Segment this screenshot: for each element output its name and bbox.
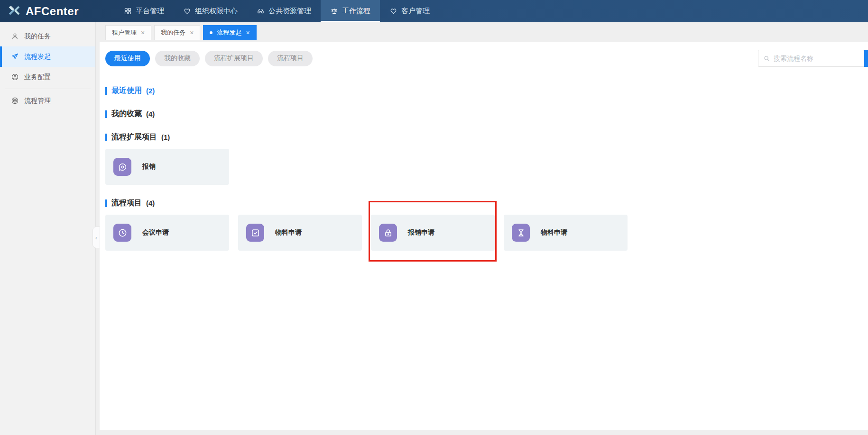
nav-item-公共资源管理[interactable]: 公共资源管理 bbox=[247, 0, 321, 22]
section-我的收藏: 我的收藏(4) bbox=[105, 109, 868, 119]
panel-toolbar: 最近使用我的收藏流程扩展项目流程项目 bbox=[105, 50, 868, 67]
clock-icon bbox=[113, 224, 131, 242]
cube-logo-icon bbox=[7, 3, 21, 19]
process-card-报销申请[interactable]: 报销申请 bbox=[371, 215, 495, 251]
nav-item-组织权限中心[interactable]: 组织权限中心 bbox=[174, 0, 247, 22]
section-count: (2) bbox=[146, 87, 155, 95]
process-card-物料申请[interactable]: 物料申请 bbox=[504, 215, 628, 251]
nav-item-label: 组织权限中心 bbox=[195, 7, 238, 16]
heart-icon bbox=[389, 7, 397, 15]
binoculars-icon bbox=[257, 7, 265, 15]
process-sections: 最近使用(2)我的收藏(4)流程扩展项目(1)报销流程项目(4)会议申请物料申请… bbox=[105, 67, 868, 251]
section-title: 我的收藏 bbox=[111, 109, 142, 119]
filter-pill-流程项目[interactable]: 流程项目 bbox=[268, 51, 313, 66]
search-input[interactable] bbox=[774, 54, 859, 62]
lock-icon bbox=[379, 224, 397, 242]
tab-strip: 租户管理×我的任务×流程发起× bbox=[100, 22, 868, 42]
nav-item-平台管理[interactable]: 平台管理 bbox=[114, 0, 174, 22]
nav-item-工作流程[interactable]: 工作流程 bbox=[321, 0, 380, 22]
sidebar-item-业务配置[interactable]: 业务配置 bbox=[0, 67, 95, 87]
sidebar-divider bbox=[5, 89, 91, 89]
tab-label: 租户管理 bbox=[112, 28, 137, 37]
tab-流程发起[interactable]: 流程发起× bbox=[203, 25, 256, 40]
heart-icon bbox=[183, 7, 191, 15]
section-accent-bar bbox=[105, 87, 107, 95]
section-accent-bar bbox=[105, 110, 107, 118]
sidebar-item-流程发起[interactable]: 流程发起 bbox=[0, 46, 95, 67]
section-accent-bar bbox=[105, 134, 107, 141]
section-header: 最近使用(2) bbox=[105, 86, 868, 96]
chevron-left-icon: ‹ bbox=[95, 234, 97, 241]
card-label: 物料申请 bbox=[275, 228, 302, 237]
hourglass-icon bbox=[512, 224, 530, 242]
app-logo: AFCenter bbox=[0, 0, 93, 22]
active-tab-dot bbox=[210, 31, 212, 34]
filter-pills: 最近使用我的收藏流程扩展项目流程项目 bbox=[105, 51, 318, 66]
section-title: 最近使用 bbox=[111, 86, 142, 96]
chat-bubble-icon bbox=[113, 158, 131, 176]
card-label: 报销申请 bbox=[408, 228, 434, 237]
search-button-strip[interactable] bbox=[864, 50, 868, 67]
tab-租户管理[interactable]: 租户管理× bbox=[105, 25, 151, 40]
section-header: 流程项目(4) bbox=[105, 198, 868, 208]
scale-icon bbox=[330, 7, 338, 15]
card-label: 物料申请 bbox=[541, 228, 567, 237]
sidebar-collapse-handle[interactable]: ‹ bbox=[92, 227, 100, 248]
close-icon[interactable]: × bbox=[246, 29, 249, 36]
tab-label: 我的任务 bbox=[161, 28, 185, 37]
sidebar-item-流程管理[interactable]: 流程管理 bbox=[0, 91, 95, 111]
process-card-报销[interactable]: 报销 bbox=[105, 149, 229, 185]
close-icon[interactable]: × bbox=[190, 29, 194, 36]
process-card-物料申请[interactable]: 物料申请 bbox=[238, 215, 362, 251]
process-launch-panel: 最近使用我的收藏流程扩展项目流程项目 最近使用(2)我的收藏(4)流程扩展项目(… bbox=[100, 42, 868, 430]
search-box bbox=[758, 50, 864, 67]
grid-icon bbox=[124, 7, 132, 15]
filter-pill-流程扩展项目[interactable]: 流程扩展项目 bbox=[205, 51, 263, 66]
filter-pill-最近使用[interactable]: 最近使用 bbox=[105, 51, 150, 66]
sidebar-item-label: 业务配置 bbox=[24, 73, 51, 82]
content-area: 租户管理×我的任务×流程发起× 最近使用我的收藏流程扩展项目流程项目 最近使用(… bbox=[96, 22, 868, 435]
section-title: 流程扩展项目 bbox=[111, 132, 157, 142]
filter-pill-我的收藏[interactable]: 我的收藏 bbox=[155, 51, 200, 66]
section-count: (4) bbox=[146, 199, 155, 207]
user-icon bbox=[11, 32, 19, 40]
tab-我的任务[interactable]: 我的任务× bbox=[154, 25, 200, 40]
section-流程扩展项目: 流程扩展项目(1)报销 bbox=[105, 132, 868, 185]
section-header: 我的收藏(4) bbox=[105, 109, 868, 119]
top-navbar: AFCenter 平台管理组织权限中心公共资源管理工作流程客户管理 bbox=[0, 0, 868, 22]
tab-label: 流程发起 bbox=[217, 28, 241, 37]
nav-item-label: 公共资源管理 bbox=[268, 7, 311, 16]
card-label: 会议申请 bbox=[142, 228, 169, 237]
sidebar: 我的任务流程发起业务配置流程管理 bbox=[0, 22, 96, 435]
section-accent-bar bbox=[105, 199, 107, 207]
sidebar-item-label: 流程管理 bbox=[24, 97, 51, 105]
send-icon bbox=[11, 53, 19, 61]
app-name: AFCenter bbox=[26, 5, 79, 18]
card-row: 报销 bbox=[105, 149, 868, 185]
section-count: (4) bbox=[146, 110, 155, 118]
user-circle-icon bbox=[11, 73, 19, 81]
section-count: (1) bbox=[161, 133, 170, 141]
nav-item-label: 工作流程 bbox=[342, 7, 370, 16]
checkbox-icon bbox=[246, 224, 264, 242]
nav-item-客户管理[interactable]: 客户管理 bbox=[380, 0, 439, 22]
process-card-会议申请[interactable]: 会议申请 bbox=[105, 215, 229, 251]
nav-item-label: 客户管理 bbox=[401, 7, 430, 16]
main-menu: 平台管理组织权限中心公共资源管理工作流程客户管理 bbox=[114, 0, 439, 22]
section-title: 流程项目 bbox=[111, 198, 142, 208]
close-icon[interactable]: × bbox=[141, 29, 145, 36]
sidebar-item-我的任务[interactable]: 我的任务 bbox=[0, 26, 95, 46]
card-row: 会议申请物料申请报销申请物料申请 bbox=[105, 215, 868, 251]
card-label: 报销 bbox=[142, 163, 156, 171]
nav-item-label: 平台管理 bbox=[136, 7, 164, 16]
sidebar-item-label: 我的任务 bbox=[24, 32, 51, 41]
section-header: 流程扩展项目(1) bbox=[105, 132, 868, 142]
section-最近使用: 最近使用(2) bbox=[105, 86, 868, 96]
sidebar-item-label: 流程发起 bbox=[24, 53, 51, 61]
search-icon bbox=[763, 55, 770, 62]
section-流程项目: 流程项目(4)会议申请物料申请报销申请物料申请 bbox=[105, 198, 868, 251]
cube-circle-icon bbox=[11, 97, 19, 105]
